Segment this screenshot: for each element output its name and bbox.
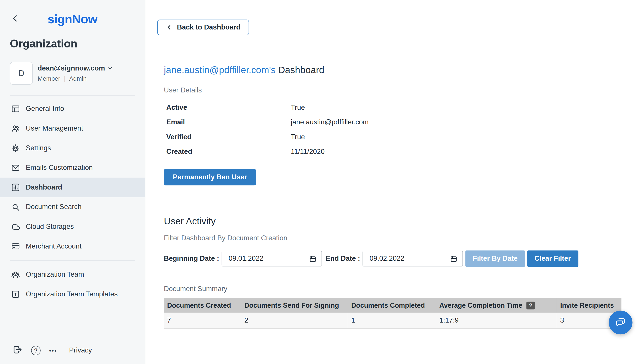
organization-title: Organization bbox=[10, 38, 135, 50]
sidebar-item-label: Emails Customization bbox=[26, 164, 93, 172]
sidebar-item-label: Settings bbox=[26, 144, 51, 152]
back-to-dashboard-button[interactable]: Back to Dashboard bbox=[157, 20, 249, 35]
account-switcher[interactable]: D dean@signnow.com Member | Admin bbox=[10, 62, 135, 85]
detail-value: jane.austin@pdffiller.com bbox=[291, 118, 369, 126]
detail-label: Created bbox=[166, 148, 291, 156]
chat-fab-button[interactable] bbox=[609, 310, 632, 334]
sidebar-item-label: User Management bbox=[26, 124, 83, 132]
detail-row-verified: Verified True bbox=[164, 130, 639, 144]
cell-documents-created: 7 bbox=[164, 312, 241, 328]
sidebar-divider bbox=[10, 95, 135, 96]
sidebar-item-general-info[interactable]: General Info bbox=[0, 99, 145, 119]
avg-completion-label: Average Completion Time bbox=[439, 302, 522, 309]
date-filter-row: Beginning Date : 09.01.2022 End Date : 0… bbox=[164, 250, 639, 267]
sidebar-item-label: Merchant Account bbox=[26, 242, 81, 250]
cell-avg-completion-time: 1:17:9 bbox=[436, 312, 557, 328]
nav-divider bbox=[10, 260, 135, 261]
sidebar-item-label: General Info bbox=[26, 105, 64, 113]
sidebar: signNow Organization D dean@signnow.com … bbox=[0, 0, 145, 364]
more-dots-icon: ••• bbox=[49, 347, 57, 354]
account-meta: dean@signnow.com Member | Admin bbox=[38, 62, 113, 85]
filter-by-date-button[interactable]: Filter By Date bbox=[466, 250, 525, 267]
detail-row-email: Email jane.austin@pdffiller.com bbox=[164, 115, 639, 130]
sidebar-item-emails-customization[interactable]: Emails Customization bbox=[0, 158, 145, 178]
back-chevron-icon bbox=[11, 14, 20, 23]
logout-icon bbox=[12, 345, 23, 356]
user-details-list: Active True Email jane.austin@pdffiller.… bbox=[164, 100, 639, 159]
end-date-input[interactable]: 09.02.2022 bbox=[363, 251, 463, 266]
table-header-avg-completion-time: Average Completion Time ? bbox=[436, 298, 557, 312]
calendar-icon[interactable] bbox=[450, 255, 458, 262]
sidebar-item-cloud-storages[interactable]: Cloud Storages bbox=[0, 217, 145, 236]
table-row: 7 2 1 1:17:9 3 bbox=[164, 312, 621, 328]
beginning-date-value: 09.01.2022 bbox=[228, 254, 309, 263]
sidebar-item-organization-team-templates[interactable]: Organization Team Templates bbox=[0, 284, 145, 304]
envelope-icon bbox=[11, 164, 20, 172]
app-logo[interactable]: signNow bbox=[10, 12, 135, 26]
sidebar-item-document-search[interactable]: Document Search bbox=[0, 197, 145, 217]
sidebar-header: signNow bbox=[0, 0, 145, 26]
clear-filter-button[interactable]: Clear Filter bbox=[527, 250, 578, 267]
document-summary-caption: Document Summary bbox=[164, 285, 639, 293]
avatar: D bbox=[10, 62, 33, 85]
sidebar-item-organization-team[interactable]: Organization Team bbox=[0, 265, 145, 284]
more-options-button[interactable]: ••• bbox=[49, 347, 57, 354]
table-header-documents-completed: Documents Completed bbox=[348, 298, 436, 312]
detail-value: True bbox=[291, 133, 305, 141]
permanently-ban-user-button[interactable]: Permanently Ban User bbox=[164, 169, 256, 185]
sidebar-item-label: Document Search bbox=[26, 203, 81, 211]
settings-gear-icon bbox=[11, 144, 20, 153]
sidebar-item-label: Organization Team bbox=[26, 270, 84, 279]
search-icon bbox=[11, 202, 20, 212]
chat-icon bbox=[615, 316, 626, 329]
table-header-documents-created: Documents Created bbox=[164, 298, 241, 312]
user-email-link[interactable]: jane.austin@pdffiller.com's bbox=[164, 65, 275, 75]
table-header-row: Documents Created Documents Send For Sig… bbox=[164, 298, 621, 312]
table-header-documents-send: Documents Send For Signing bbox=[241, 298, 348, 312]
sidebar-item-label: Organization Team Templates bbox=[26, 290, 118, 298]
help-badge-icon[interactable]: ? bbox=[526, 302, 535, 309]
table-header-invite-recipients: Invite Recipients bbox=[557, 298, 621, 312]
detail-label: Email bbox=[166, 118, 291, 126]
team-icon bbox=[11, 270, 20, 279]
beginning-date-input[interactable]: 09.01.2022 bbox=[222, 251, 322, 266]
sidebar-footer: ? ••• Privacy bbox=[0, 345, 145, 364]
end-date-value: 09.02.2022 bbox=[370, 254, 450, 263]
sidebar-item-settings[interactable]: Settings bbox=[0, 138, 145, 158]
sidebar-item-merchant-account[interactable]: Merchant Account bbox=[0, 236, 145, 256]
template-icon bbox=[11, 290, 20, 299]
chevron-down-icon bbox=[107, 66, 113, 71]
beginning-date-label: Beginning Date : bbox=[164, 254, 219, 263]
sidebar-back-button[interactable] bbox=[11, 14, 20, 23]
account-email: dean@signnow.com bbox=[38, 64, 105, 72]
detail-value: True bbox=[291, 104, 305, 112]
page-title-rest: Dashboard bbox=[278, 65, 325, 75]
detail-value: 11/11/2020 bbox=[291, 148, 325, 156]
sidebar-item-label: Dashboard bbox=[26, 183, 62, 192]
sidebar-item-dashboard[interactable]: Dashboard bbox=[0, 178, 145, 197]
app-root: signNow Organization D dean@signnow.com … bbox=[0, 0, 639, 364]
page-title: jane.austin@pdffiller.com's Dashboard bbox=[164, 65, 639, 76]
sidebar-item-label: Cloud Storages bbox=[26, 222, 74, 231]
role-member: Member bbox=[38, 75, 60, 82]
privacy-link[interactable]: Privacy bbox=[69, 346, 92, 354]
document-summary-table: Documents Created Documents Send For Sig… bbox=[164, 298, 621, 328]
logout-button[interactable] bbox=[12, 345, 23, 356]
role-divider: | bbox=[64, 75, 66, 82]
back-button-label: Back to Dashboard bbox=[177, 23, 240, 32]
end-date-label: End Date : bbox=[326, 254, 360, 263]
user-activity-heading: User Activity bbox=[164, 216, 639, 227]
calendar-icon[interactable] bbox=[309, 255, 316, 262]
back-chevron-icon bbox=[166, 24, 173, 31]
detail-label: Verified bbox=[166, 133, 291, 141]
sidebar-item-user-management[interactable]: User Management bbox=[0, 118, 145, 138]
detail-row-active: Active True bbox=[164, 100, 639, 115]
detail-label: Active bbox=[166, 104, 291, 112]
cell-documents-send: 2 bbox=[241, 312, 348, 328]
help-button[interactable]: ? bbox=[31, 346, 40, 355]
user-management-icon bbox=[11, 124, 20, 133]
cloud-icon bbox=[11, 222, 20, 231]
main-content: Back to Dashboard jane.austin@pdffiller.… bbox=[145, 0, 639, 364]
help-icon: ? bbox=[31, 346, 40, 355]
role-admin: Admin bbox=[69, 75, 87, 82]
